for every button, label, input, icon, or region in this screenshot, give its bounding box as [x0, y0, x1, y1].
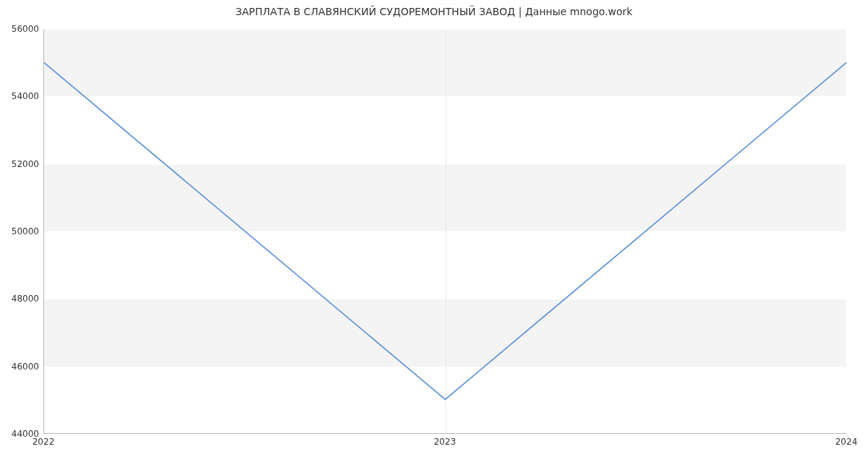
chart-title: ЗАРПЛАТА В СЛАВЯНСКИЙ СУДОРЕМОНТНЫЙ ЗАВО… — [0, 6, 868, 17]
data-line — [44, 29, 846, 433]
plot-area — [43, 29, 846, 434]
y-tick-label: 52000 — [3, 159, 39, 169]
y-tick-label: 50000 — [3, 226, 39, 236]
y-tick-label: 56000 — [3, 24, 39, 34]
x-tick-label: 2022 — [33, 437, 55, 447]
chart-container: ЗАРПЛАТА В СЛАВЯНСКИЙ СУДОРЕМОНТНЫЙ ЗАВО… — [0, 0, 868, 470]
x-tick-label: 2023 — [434, 437, 456, 447]
y-tick-label: 48000 — [3, 294, 39, 304]
series-line — [44, 63, 846, 400]
x-tick-label: 2024 — [835, 437, 858, 447]
y-tick-label: 54000 — [3, 91, 39, 101]
y-tick-label: 46000 — [3, 362, 39, 372]
